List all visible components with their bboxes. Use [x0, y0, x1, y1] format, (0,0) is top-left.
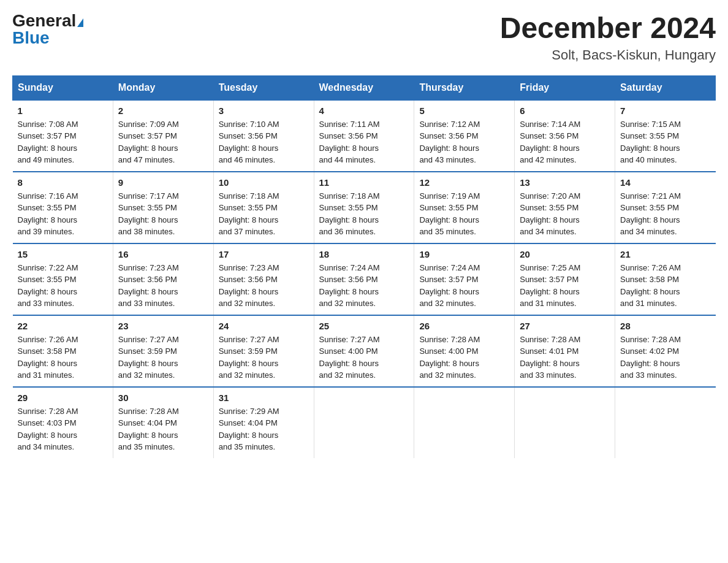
table-row: 26 Sunrise: 7:28 AM Sunset: 4:00 PM Dayl…: [414, 315, 515, 387]
day-number: 21: [620, 249, 710, 259]
table-row: 24 Sunrise: 7:27 AM Sunset: 3:59 PM Dayl…: [213, 315, 314, 387]
table-row: 17 Sunrise: 7:23 AM Sunset: 3:56 PM Dayl…: [213, 243, 314, 315]
day-info: Sunrise: 7:28 AM Sunset: 4:04 PM Dayligh…: [118, 405, 208, 453]
table-row: 28 Sunrise: 7:28 AM Sunset: 4:02 PM Dayl…: [615, 315, 716, 387]
day-info: Sunrise: 7:26 AM Sunset: 3:58 PM Dayligh…: [620, 262, 710, 310]
day-number: 8: [18, 177, 108, 188]
table-row: 18 Sunrise: 7:24 AM Sunset: 3:56 PM Dayl…: [314, 243, 414, 315]
table-row: 23 Sunrise: 7:27 AM Sunset: 3:59 PM Dayl…: [113, 315, 213, 387]
day-info: Sunrise: 7:11 AM Sunset: 3:56 PM Dayligh…: [319, 118, 409, 166]
page-header: General Blue December 2024 Solt, Bacs-Ki…: [12, 12, 716, 63]
day-number: 6: [520, 105, 610, 116]
day-number: 27: [520, 321, 610, 331]
logo: General Blue: [12, 12, 83, 47]
day-info: Sunrise: 7:09 AM Sunset: 3:57 PM Dayligh…: [118, 118, 208, 166]
table-row: 21 Sunrise: 7:26 AM Sunset: 3:58 PM Dayl…: [615, 243, 716, 315]
header-tuesday: Tuesday: [213, 75, 314, 100]
day-info: Sunrise: 7:12 AM Sunset: 3:56 PM Dayligh…: [419, 118, 509, 166]
logo-triangle-icon: [77, 18, 83, 27]
day-info: Sunrise: 7:28 AM Sunset: 4:00 PM Dayligh…: [419, 334, 509, 381]
table-row: 4 Sunrise: 7:11 AM Sunset: 3:56 PM Dayli…: [314, 100, 414, 172]
day-info: Sunrise: 7:28 AM Sunset: 4:01 PM Dayligh…: [520, 334, 610, 381]
header-row: Sunday Monday Tuesday Wednesday Thursday…: [13, 75, 716, 100]
day-number: 11: [319, 177, 409, 188]
day-info: Sunrise: 7:28 AM Sunset: 4:03 PM Dayligh…: [18, 405, 108, 453]
logo-blue-text: Blue: [12, 28, 50, 47]
table-row: 2 Sunrise: 7:09 AM Sunset: 3:57 PM Dayli…: [113, 100, 213, 172]
day-info: Sunrise: 7:17 AM Sunset: 3:55 PM Dayligh…: [118, 190, 208, 238]
calendar-week-1: 1 Sunrise: 7:08 AM Sunset: 3:57 PM Dayli…: [13, 100, 716, 172]
day-info: Sunrise: 7:18 AM Sunset: 3:55 PM Dayligh…: [319, 190, 409, 238]
header-wednesday: Wednesday: [314, 75, 414, 100]
table-row: 27 Sunrise: 7:28 AM Sunset: 4:01 PM Dayl…: [515, 315, 615, 387]
day-info: Sunrise: 7:23 AM Sunset: 3:56 PM Dayligh…: [118, 262, 208, 310]
table-row: 29 Sunrise: 7:28 AM Sunset: 4:03 PM Dayl…: [13, 387, 113, 458]
header-saturday: Saturday: [615, 75, 716, 100]
day-info: Sunrise: 7:19 AM Sunset: 3:55 PM Dayligh…: [419, 190, 509, 238]
table-row: 16 Sunrise: 7:23 AM Sunset: 3:56 PM Dayl…: [113, 243, 213, 315]
table-row: 20 Sunrise: 7:25 AM Sunset: 3:57 PM Dayl…: [515, 243, 615, 315]
day-number: 17: [219, 249, 309, 259]
calendar-week-5: 29 Sunrise: 7:28 AM Sunset: 4:03 PM Dayl…: [13, 387, 716, 458]
table-row: [615, 387, 716, 458]
table-row: 10 Sunrise: 7:18 AM Sunset: 3:55 PM Dayl…: [213, 172, 314, 243]
day-number: 5: [419, 105, 509, 116]
header-friday: Friday: [515, 75, 615, 100]
header-sunday: Sunday: [13, 75, 113, 100]
calendar-week-3: 15 Sunrise: 7:22 AM Sunset: 3:55 PM Dayl…: [13, 243, 716, 315]
day-info: Sunrise: 7:18 AM Sunset: 3:55 PM Dayligh…: [219, 190, 309, 238]
calendar-body: 1 Sunrise: 7:08 AM Sunset: 3:57 PM Dayli…: [13, 100, 716, 458]
day-number: 18: [319, 249, 409, 259]
month-title: December 2024: [500, 12, 716, 45]
calendar-header: Sunday Monday Tuesday Wednesday Thursday…: [13, 75, 716, 100]
table-row: 5 Sunrise: 7:12 AM Sunset: 3:56 PM Dayli…: [414, 100, 515, 172]
day-number: 16: [118, 249, 208, 259]
table-row: 6 Sunrise: 7:14 AM Sunset: 3:56 PM Dayli…: [515, 100, 615, 172]
table-row: 9 Sunrise: 7:17 AM Sunset: 3:55 PM Dayli…: [113, 172, 213, 243]
day-info: Sunrise: 7:10 AM Sunset: 3:56 PM Dayligh…: [219, 118, 309, 166]
table-row: [414, 387, 515, 458]
table-row: 12 Sunrise: 7:19 AM Sunset: 3:55 PM Dayl…: [414, 172, 515, 243]
day-info: Sunrise: 7:27 AM Sunset: 3:59 PM Dayligh…: [118, 334, 208, 381]
calendar-week-2: 8 Sunrise: 7:16 AM Sunset: 3:55 PM Dayli…: [13, 172, 716, 243]
header-monday: Monday: [113, 75, 213, 100]
calendar-week-4: 22 Sunrise: 7:26 AM Sunset: 3:58 PM Dayl…: [13, 315, 716, 387]
day-info: Sunrise: 7:15 AM Sunset: 3:55 PM Dayligh…: [620, 118, 710, 166]
day-number: 14: [620, 177, 710, 188]
day-number: 9: [118, 177, 208, 188]
day-number: 2: [118, 105, 208, 116]
day-info: Sunrise: 7:22 AM Sunset: 3:55 PM Dayligh…: [18, 262, 108, 310]
header-thursday: Thursday: [414, 75, 515, 100]
table-row: 8 Sunrise: 7:16 AM Sunset: 3:55 PM Dayli…: [13, 172, 113, 243]
day-number: 1: [18, 105, 108, 116]
day-number: 3: [219, 105, 309, 116]
day-number: 30: [118, 393, 208, 403]
table-row: 30 Sunrise: 7:28 AM Sunset: 4:04 PM Dayl…: [113, 387, 213, 458]
table-row: [515, 387, 615, 458]
day-number: 13: [520, 177, 610, 188]
table-row: 31 Sunrise: 7:29 AM Sunset: 4:04 PM Dayl…: [213, 387, 314, 458]
day-number: 23: [118, 321, 208, 331]
day-info: Sunrise: 7:08 AM Sunset: 3:57 PM Dayligh…: [18, 118, 108, 166]
day-info: Sunrise: 7:14 AM Sunset: 3:56 PM Dayligh…: [520, 118, 610, 166]
day-info: Sunrise: 7:26 AM Sunset: 3:58 PM Dayligh…: [18, 334, 108, 381]
table-row: 7 Sunrise: 7:15 AM Sunset: 3:55 PM Dayli…: [615, 100, 716, 172]
day-number: 24: [219, 321, 309, 331]
day-number: 29: [18, 393, 108, 403]
day-number: 31: [219, 393, 309, 403]
day-info: Sunrise: 7:27 AM Sunset: 4:00 PM Dayligh…: [319, 334, 409, 381]
table-row: 25 Sunrise: 7:27 AM Sunset: 4:00 PM Dayl…: [314, 315, 414, 387]
day-info: Sunrise: 7:20 AM Sunset: 3:55 PM Dayligh…: [520, 190, 610, 238]
day-number: 22: [18, 321, 108, 331]
day-number: 7: [620, 105, 710, 116]
day-number: 15: [18, 249, 108, 259]
day-info: Sunrise: 7:16 AM Sunset: 3:55 PM Dayligh…: [18, 190, 108, 238]
day-info: Sunrise: 7:29 AM Sunset: 4:04 PM Dayligh…: [219, 405, 309, 453]
day-number: 10: [219, 177, 309, 188]
location-title: Solt, Bacs-Kiskun, Hungary: [500, 47, 716, 63]
day-number: 19: [419, 249, 509, 259]
day-number: 28: [620, 321, 710, 331]
table-row: 11 Sunrise: 7:18 AM Sunset: 3:55 PM Dayl…: [314, 172, 414, 243]
day-info: Sunrise: 7:24 AM Sunset: 3:56 PM Dayligh…: [319, 262, 409, 310]
day-number: 4: [319, 105, 409, 116]
